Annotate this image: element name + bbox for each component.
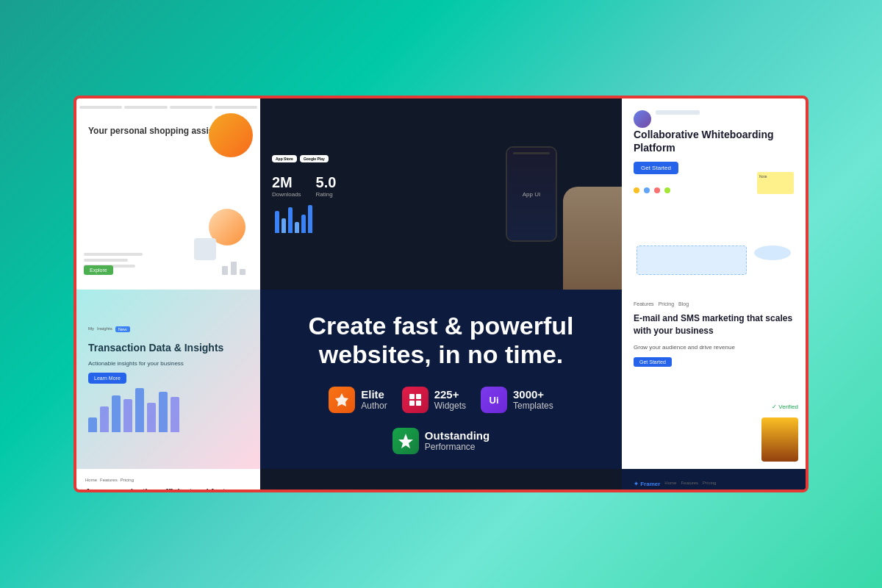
svg-rect-2	[416, 394, 421, 399]
br-nav: ✦ Framer Home Features Pricing	[634, 481, 794, 487]
center-main-panel: Create fast & powerful websites, in no t…	[260, 290, 622, 469]
tr-title: Collaborative Whiteboarding Platform	[634, 128, 794, 154]
tr-cta-button[interactable]: Get Started	[634, 162, 678, 174]
widgets-sub: Widgets	[434, 401, 466, 411]
cl-subtitle: Actionable insights for your business	[88, 360, 248, 367]
bl-nav: Home Features Pricing	[85, 478, 251, 482]
center-right-panel: Features Pricing Blog E-mail and SMS mar…	[622, 290, 806, 469]
svg-rect-3	[409, 401, 415, 406]
performance-label: Outstanding	[425, 430, 490, 442]
svg-marker-5	[398, 434, 413, 448]
shopping-image	[209, 113, 253, 157]
cl-learn-more-button[interactable]: Learn More	[88, 373, 126, 384]
stat-rating-num: 5.0	[316, 174, 337, 191]
cr-check-icon: ✓ Verified	[772, 404, 798, 410]
cl-title: Transaction Data & Insights	[88, 341, 248, 354]
avatar	[634, 110, 651, 128]
cr-cta-button[interactable]: Get Started	[634, 357, 672, 367]
google-play-btn[interactable]: Google Play	[300, 155, 329, 162]
cr-subtitle: Grow your audience and drive revenue	[634, 343, 794, 351]
bottom-left-panel: Home Features Pricing A more productive,…	[76, 469, 260, 492]
stat-rating-label: Rating	[316, 191, 337, 198]
sticky-note: Note	[757, 172, 794, 194]
cl-new-badge: New	[115, 326, 130, 332]
top-right-panel: Collaborative Whiteboarding Platform Get…	[622, 98, 806, 290]
badge-templates: Ui 3000+ Templates	[481, 387, 553, 413]
performance-icon	[392, 428, 419, 454]
badge-widgets: 225+ Widgets	[402, 387, 466, 413]
center-left-panel: My Insights New Transaction Data & Insig…	[76, 290, 260, 469]
cr-title: E-mail and SMS marketing that scales wit…	[634, 312, 794, 337]
bl-title: A more productive, efficient and faster …	[85, 487, 251, 492]
bottom-center-panel: ✦ Framer Home Pages Tutorials Blog Portf…	[260, 469, 622, 492]
widgets-label: 225+	[434, 389, 466, 401]
elite-label: Elite	[361, 389, 387, 401]
svg-marker-0	[335, 393, 348, 406]
badge-elite: Elite Author	[329, 387, 387, 413]
badge-performance: Outstanding Performance	[392, 428, 490, 454]
cl-nav-title: Insights	[97, 326, 112, 332]
bl-nav-item-1: Home	[85, 478, 97, 482]
svg-rect-1	[409, 394, 415, 399]
cr-nav: Features Pricing Blog	[634, 301, 794, 306]
top-left-panel: Your personal shopping assistant Explore	[76, 98, 260, 290]
headline-line2: websites, in no time.	[319, 340, 564, 368]
br-nav-home: Home	[664, 481, 676, 487]
br-logo: ✦ Framer	[634, 481, 660, 487]
app-store-btn[interactable]: App Store	[272, 155, 297, 162]
cr-nav-item-3: Blog	[678, 301, 689, 306]
cr-nav-item-1: Features	[634, 301, 654, 306]
bl-nav-item-2: Features	[100, 478, 118, 482]
headline-line1: Create fast & powerful	[309, 312, 574, 340]
bottom-right-panel: ✦ Framer Home Features Pricing Cloud Com…	[622, 469, 806, 492]
br-nav-features: Features	[681, 481, 698, 487]
bl-nav-item-3: Pricing	[121, 478, 134, 482]
bc-logo: ✦ Framer	[275, 491, 321, 492]
elite-icon	[329, 387, 355, 413]
br-nav-pricing: Pricing	[703, 481, 716, 487]
phone-mockup: App UI	[506, 146, 557, 242]
stat-downloads-label: Downloads	[272, 191, 301, 198]
widgets-icon	[402, 387, 429, 413]
templates-icon: Ui	[481, 387, 507, 413]
cr-nav-item-2: Pricing	[659, 301, 674, 306]
main-headline: Create fast & powerful websites, in no t…	[309, 312, 574, 369]
cl-nav-home: My	[88, 326, 94, 332]
svg-rect-4	[416, 401, 421, 406]
templates-sub: Templates	[513, 401, 553, 411]
badges-row: Elite Author 225+ Widgets Ui 3000+	[275, 387, 607, 454]
tl-explore-button[interactable]: Explore	[84, 265, 113, 275]
main-card: Your personal shopping assistant Explore…	[74, 96, 808, 492]
cr-person-image	[761, 417, 798, 462]
top-center-panel: App Store Google Play 2M Downloads 5.0 R…	[260, 98, 622, 290]
templates-label: 3000+	[513, 389, 553, 401]
elite-sub: Author	[361, 401, 387, 411]
stat-downloads-num: 2M	[272, 174, 301, 191]
performance-sub: Performance	[425, 442, 490, 452]
